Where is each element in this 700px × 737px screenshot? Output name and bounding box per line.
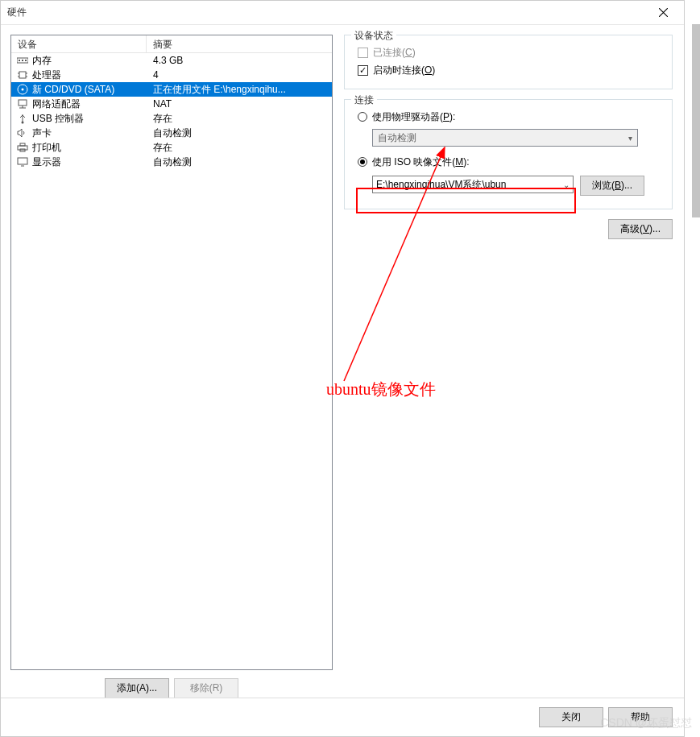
radio-iso[interactable]: [358, 157, 367, 167]
close-button[interactable]: [647, 2, 679, 24]
connected-row[interactable]: 已连接(C): [358, 43, 662, 61]
list-row-network[interactable]: 网络适配器NAT: [11, 97, 332, 111]
list-header: 设备 摘要: [11, 35, 332, 53]
connect-on-power-row[interactable]: 启动时连接(O): [358, 61, 662, 79]
right-panel: 设备状态 已连接(C) 启动时连接(O) 连接 使用物理驱动器(P):: [344, 35, 673, 698]
svg-rect-3: [25, 60, 27, 61]
side-scrollbar[interactable]: [692, 24, 700, 217]
titlebar: 硬件: [1, 1, 684, 25]
physical-drive-row[interactable]: 使用物理驱动器(P):: [358, 108, 662, 126]
connected-label: 已连接(C): [373, 46, 416, 60]
physical-drive-combo: 自动检测 ▾: [372, 129, 638, 147]
device-summary: 存在: [147, 112, 332, 126]
display-icon: [16, 155, 29, 168]
checkbox-connected: [358, 48, 368, 58]
cd-icon: [16, 83, 29, 96]
list-row-memory[interactable]: 内存4.3 GB: [11, 53, 332, 68]
power-label: 启动时连接(O): [373, 64, 435, 77]
add-button[interactable]: 添加(A)...: [105, 678, 169, 698]
list-row-cd[interactable]: 新 CD/DVD (SATA)正在使用文件 E:\hengxinqihu...: [11, 82, 332, 97]
content-area: 设备 摘要 内存4.3 GB处理器4新 CD/DVD (SATA)正在使用文件 …: [1, 25, 684, 698]
advanced-button[interactable]: 高级(V)...: [608, 219, 673, 239]
memory-icon: [16, 54, 29, 67]
group-title-status: 设备状态: [351, 29, 396, 43]
device-status-group: 设备状态 已连接(C) 启动时连接(O): [344, 35, 673, 89]
bottom-bar: 关闭 帮助: [1, 698, 684, 736]
svg-rect-2: [22, 60, 23, 61]
printer-icon: [16, 141, 29, 154]
checkbox-power[interactable]: [358, 65, 368, 76]
hardware-dialog: 硬件 设备 摘要 内存4.3 GB处理器4新 CD/DVD (SATA)正在使用…: [0, 0, 685, 737]
device-summary: 存在: [147, 141, 332, 155]
device-name: USB 控制器: [32, 112, 147, 126]
device-name: 内存: [32, 54, 147, 68]
device-summary: 自动检测: [147, 155, 332, 169]
svg-rect-1: [19, 60, 20, 61]
iso-input-row: E:\hengxinqihua\VM系统\ubun ⌄ 浏览(B)...: [372, 176, 662, 196]
dialog-title: 硬件: [7, 6, 647, 19]
physical-value: 自动检测: [378, 131, 628, 145]
device-name: 显示器: [32, 155, 147, 169]
cpu-icon: [16, 68, 29, 81]
device-name: 网络适配器: [32, 97, 147, 111]
left-buttons: 添加(A)... 移除(R): [10, 678, 333, 698]
advanced-row: 高级(V)...: [344, 219, 673, 239]
column-summary[interactable]: 摘要: [147, 35, 332, 52]
device-summary: NAT: [147, 98, 332, 110]
svg-rect-11: [19, 100, 27, 106]
list-row-display[interactable]: 显示器自动检测: [11, 155, 332, 169]
device-summary: 4: [147, 69, 332, 81]
iso-path-combo[interactable]: E:\hengxinqihua\VM系统\ubun ⌄: [372, 176, 574, 193]
column-device[interactable]: 设备: [11, 35, 147, 52]
device-name: 新 CD/DVD (SATA): [32, 83, 147, 97]
left-panel: 设备 摘要 内存4.3 GB处理器4新 CD/DVD (SATA)正在使用文件 …: [10, 35, 333, 698]
annotation-text: ubuntu镜像文件: [326, 379, 436, 400]
connection-group: 连接 使用物理驱动器(P): 自动检测 ▾ 使用 ISO 映像文件(M):: [344, 99, 673, 209]
group-title-connection: 连接: [351, 93, 377, 107]
device-summary: 正在使用文件 E:\hengxinqihu...: [147, 83, 332, 97]
svg-rect-17: [20, 143, 25, 146]
iso-value: E:\hengxinqihua\VM系统\ubun: [376, 178, 560, 192]
svg-rect-4: [19, 72, 26, 78]
close-dialog-button[interactable]: 关闭: [539, 707, 603, 727]
remove-button: 移除(R): [174, 678, 238, 698]
list-row-usb[interactable]: USB 控制器存在: [11, 111, 332, 126]
browse-button[interactable]: 浏览(B)...: [580, 176, 644, 196]
list-body: 内存4.3 GB处理器4新 CD/DVD (SATA)正在使用文件 E:\hen…: [11, 53, 332, 169]
svg-rect-19: [18, 158, 27, 164]
usb-icon: [16, 112, 29, 125]
chevron-down-icon: ▾: [628, 134, 632, 143]
radio-physical[interactable]: [358, 112, 367, 122]
chevron-down-icon: ⌄: [560, 180, 570, 189]
physical-label: 使用物理驱动器(P):: [372, 110, 455, 124]
list-row-sound[interactable]: 声卡自动检测: [11, 126, 332, 140]
iso-label: 使用 ISO 映像文件(M):: [372, 155, 470, 169]
device-name: 处理器: [32, 68, 147, 82]
help-button[interactable]: 帮助: [608, 707, 673, 727]
list-row-printer[interactable]: 打印机存在: [11, 140, 332, 155]
device-name: 打印机: [32, 141, 147, 155]
sound-icon: [16, 126, 29, 139]
network-icon: [16, 97, 29, 110]
svg-point-10: [22, 89, 24, 91]
device-list: 设备 摘要 内存4.3 GB处理器4新 CD/DVD (SATA)正在使用文件 …: [10, 35, 333, 670]
close-icon: [659, 8, 668, 17]
list-row-cpu[interactable]: 处理器4: [11, 68, 332, 82]
device-name: 声卡: [32, 126, 147, 140]
device-summary: 4.3 GB: [147, 55, 332, 66]
iso-file-row[interactable]: 使用 ISO 映像文件(M):: [358, 153, 662, 171]
device-summary: 自动检测: [147, 126, 332, 140]
